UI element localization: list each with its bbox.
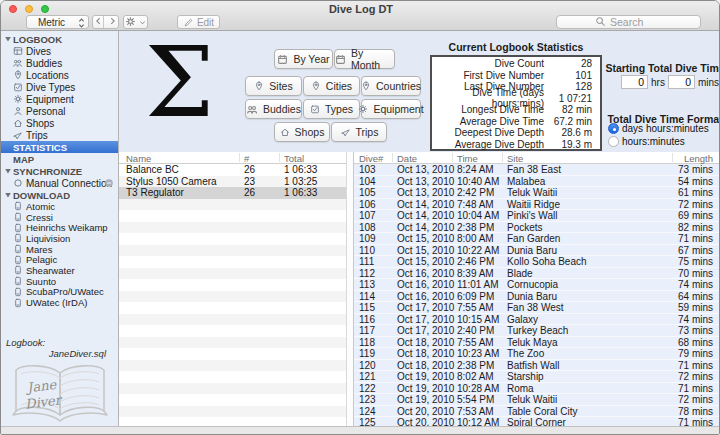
sidebar-item-download[interactable]: DOWNLOAD bbox=[1, 189, 118, 201]
metric-popup-button[interactable]: Metric bbox=[26, 15, 89, 29]
cell: Dunia Baru bbox=[507, 245, 557, 256]
cities-button[interactable]: Cities bbox=[303, 76, 360, 96]
cell: Stylus 1050 Camera bbox=[126, 176, 217, 187]
sidebar-item-statistics[interactable]: STATISTICS bbox=[1, 141, 118, 153]
sidebar-item-uwatec-irda[interactable]: UWatec (IrDA) bbox=[1, 297, 118, 308]
column-header-dive-number[interactable]: Dive# bbox=[359, 153, 383, 164]
nav-segmented-control bbox=[92, 15, 119, 29]
cell: 117 bbox=[359, 325, 375, 336]
sidebar-item-mares[interactable]: Mares bbox=[1, 244, 118, 255]
column-header-site[interactable]: Site bbox=[507, 153, 523, 164]
starting-hours-input[interactable] bbox=[621, 75, 648, 89]
eject-icon[interactable] bbox=[103, 178, 114, 188]
dive-row-122[interactable]: 122Oct 19, 201010:28 AMRoma71 mins bbox=[354, 383, 720, 395]
radio-selected-icon[interactable] bbox=[608, 123, 619, 134]
dive-row-106[interactable]: 106Oct 14, 20107:48 AMWaitii Ridge72 min… bbox=[354, 199, 720, 211]
column-header-name[interactable]: Name bbox=[126, 153, 151, 164]
sidebar-item-atomic[interactable]: Atomic bbox=[1, 201, 118, 212]
disclosure-triangle-icon[interactable] bbox=[3, 35, 12, 43]
column-header-total[interactable]: Total bbox=[284, 153, 304, 164]
dive-row-121[interactable]: 121Oct 19, 20108:02 AMStarship72 mins bbox=[354, 371, 720, 383]
radio-unselected-icon[interactable] bbox=[608, 136, 619, 147]
sidebar-item-liquivision[interactable]: Liquivision bbox=[1, 233, 118, 244]
stat-row-first-dive-number: First Dive Number101 bbox=[432, 70, 600, 82]
cell: Fan 38 West bbox=[507, 302, 564, 313]
dive-row-123[interactable]: 123Oct 19, 20105:54 PMTeluk Waitii72 min… bbox=[354, 394, 720, 406]
buddies-button[interactable]: Buddies bbox=[245, 99, 302, 119]
radio-hours-minutes[interactable]: hours:minutes bbox=[608, 136, 685, 147]
book-script-line2: Diver bbox=[24, 392, 63, 411]
dive-row-111[interactable]: 111Oct 15, 20102:46 PMKollo Soha Beach75… bbox=[354, 256, 720, 268]
table-splitter[interactable] bbox=[346, 152, 354, 428]
equipment-row-stylus-1050-camera[interactable]: Stylus 1050 Camera231 03:25 bbox=[119, 176, 346, 188]
sidebar-item-shearwater[interactable]: Shearwater bbox=[1, 265, 118, 276]
by-month-label: By Month bbox=[351, 47, 394, 71]
sidebar-item-dive-types[interactable]: Dive Types bbox=[1, 81, 118, 93]
sidebar-item-dives[interactable]: Dives bbox=[1, 45, 118, 57]
dive-row-107[interactable]: 107Oct 14, 201010:04 AMPinki's Wall69 mi… bbox=[354, 210, 720, 222]
disclosure-triangle-icon[interactable] bbox=[3, 167, 12, 175]
dive-row-118[interactable]: 118Oct 18, 20107:55 AMTeluk Maya68 mins bbox=[354, 337, 720, 349]
column-header-time[interactable]: Time bbox=[457, 153, 478, 164]
column-header-count[interactable]: # bbox=[244, 153, 249, 164]
sidebar-item-label: Trips bbox=[26, 130, 48, 141]
dive-row-115[interactable]: 115Oct 17, 20107:55 AMFan 38 West59 mins bbox=[354, 302, 720, 314]
dive-row-104[interactable]: 104Oct 13, 201010:40 AMMalabea54 mins bbox=[354, 176, 720, 188]
sidebar-item-equipment[interactable]: Equipment bbox=[1, 93, 118, 105]
shops-button[interactable]: Shops bbox=[274, 122, 330, 142]
forward-button[interactable] bbox=[107, 16, 118, 28]
radio-days-hours-minutes[interactable]: days hours:minutes bbox=[608, 123, 709, 134]
trips-button[interactable]: Trips bbox=[331, 122, 387, 142]
types-button[interactable]: Types bbox=[303, 99, 360, 119]
sidebar-item-pelagic[interactable]: Pelagic bbox=[1, 254, 118, 265]
cell: Oct 20, 2010 bbox=[397, 406, 454, 417]
sidebar-item-personal[interactable]: Personal bbox=[1, 105, 118, 117]
dive-row-108[interactable]: 108Oct 14, 20102:38 PMPockets82 mins bbox=[354, 222, 720, 234]
cell: 64 mins bbox=[678, 291, 713, 302]
starting-minutes-input[interactable] bbox=[668, 75, 695, 89]
sidebar-item-logbook[interactable]: LOGBOOK bbox=[1, 33, 118, 45]
back-button[interactable] bbox=[93, 16, 104, 28]
dive-row-109[interactable]: 109Oct 15, 20108:00 AMFan Garden71 mins bbox=[354, 233, 720, 245]
disclosure-triangle-icon[interactable] bbox=[3, 191, 12, 199]
stat-row-deepest-dive-depth: Deepest Dive Depth28.6 m bbox=[432, 127, 600, 139]
sidebar-item-heinrichs-weikamp[interactable]: Heinrichs Weikamp bbox=[1, 222, 118, 233]
empty-table-row bbox=[119, 348, 346, 360]
dive-row-112[interactable]: 112Oct 16, 20108:39 AMBlade70 mins bbox=[354, 268, 720, 280]
sites-button[interactable]: Sites bbox=[245, 76, 302, 96]
sidebar-item-manual-connection[interactable]: Manual Connection bbox=[1, 177, 118, 189]
sidebar-item-cressi[interactable]: Cressi bbox=[1, 212, 118, 223]
dive-row-105[interactable]: 105Oct 13, 20102:42 PMTeluk Waitii61 min… bbox=[354, 187, 720, 199]
dive-row-103[interactable]: 103Oct 13, 20108:24 AMFan 38 East73 mins bbox=[354, 164, 720, 176]
dive-row-114[interactable]: 114Oct 16, 20106:09 PMDunia Baru64 mins bbox=[354, 291, 720, 303]
by-year-button[interactable]: By Year bbox=[274, 49, 333, 69]
dive-row-110[interactable]: 110Oct 15, 201010:22 AMDunia Baru67 mins bbox=[354, 245, 720, 257]
dive-row-124[interactable]: 124Oct 20, 20107:53 AMTable Coral City78… bbox=[354, 406, 720, 418]
equipment-row-balance-bc[interactable]: Balance BC261 06:33 bbox=[119, 164, 346, 176]
cell: Oct 14, 2010 bbox=[397, 210, 454, 221]
sidebar-item-scubapro-uwatec[interactable]: ScubaPro/UWatec bbox=[1, 287, 118, 298]
cell: 75 mins bbox=[678, 256, 713, 267]
equipment-row-t3-regulator[interactable]: T3 Regulator261 06:33 bbox=[119, 187, 346, 199]
cell: Teluk Maya bbox=[507, 337, 558, 348]
dive-row-119[interactable]: 119Oct 18, 201010:23 AMThe Zoo79 mins bbox=[354, 348, 720, 360]
sidebar-item-synchronize[interactable]: SYNCHRONIZE bbox=[1, 165, 118, 177]
sidebar-item-suunto[interactable]: Suunto bbox=[1, 276, 118, 287]
equipment-button[interactable]: Equipment bbox=[361, 99, 421, 119]
dive-row-117[interactable]: 117Oct 17, 20102:40 PMTurkey Beach73 min… bbox=[354, 325, 720, 337]
dive-row-113[interactable]: 113Oct 16, 201011:01 AMCornucopia74 mins bbox=[354, 279, 720, 291]
sidebar-item-trips[interactable]: Trips bbox=[1, 129, 118, 141]
search-input[interactable] bbox=[610, 16, 662, 28]
countries-button[interactable]: Countries bbox=[361, 76, 421, 96]
column-header-date[interactable]: Date bbox=[397, 153, 417, 164]
calendar-icon bbox=[277, 54, 288, 65]
sidebar-item-buddies[interactable]: Buddies bbox=[1, 57, 118, 69]
dive-row-116[interactable]: 116Oct 17, 201010:15 AMGalaxy74 mins bbox=[354, 314, 720, 326]
column-header-length[interactable]: Length bbox=[684, 153, 713, 164]
sidebar-item-locations[interactable]: Locations bbox=[1, 69, 118, 81]
sidebar-item-map[interactable]: MAP bbox=[1, 153, 118, 165]
dive-row-120[interactable]: 120Oct 18, 20102:38 PMBatfish Wall71 min… bbox=[354, 360, 720, 372]
search-field[interactable] bbox=[556, 15, 701, 29]
by-month-button[interactable]: By Month bbox=[334, 49, 395, 69]
sidebar-item-shops[interactable]: Shops bbox=[1, 117, 118, 129]
